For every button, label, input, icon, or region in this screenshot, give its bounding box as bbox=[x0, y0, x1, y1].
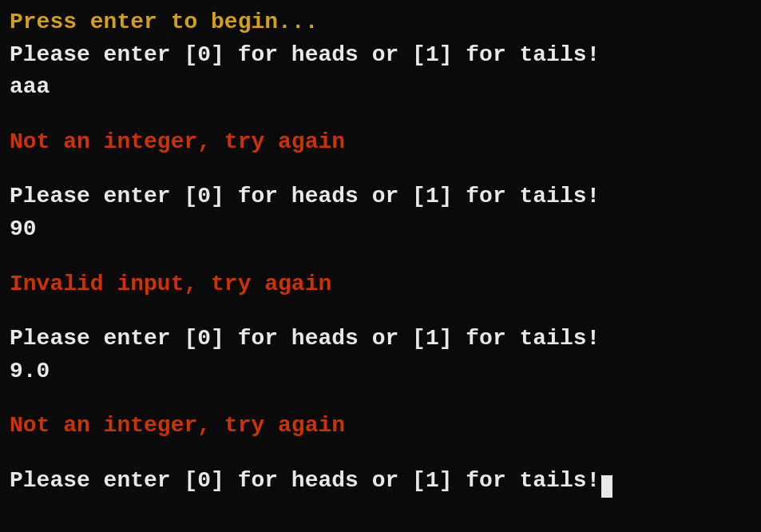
input-2: 90 bbox=[10, 213, 751, 246]
blank-line bbox=[10, 300, 751, 323]
blank-line bbox=[10, 387, 751, 410]
blank-line bbox=[10, 104, 751, 126]
input-1: aaa bbox=[10, 71, 751, 104]
prompt-1: Please enter [0] for heads or [1] for ta… bbox=[10, 39, 751, 72]
blank-line bbox=[10, 443, 751, 465]
prompt-3: Please enter [0] for heads or [1] for ta… bbox=[10, 323, 751, 355]
error-2: Invalid input, try again bbox=[10, 268, 751, 301]
error-1: Not an integer, try again bbox=[10, 126, 751, 159]
press-enter: Press enter to begin... bbox=[10, 6, 751, 39]
terminal-output: Press enter to begin...Please enter [0] … bbox=[10, 6, 751, 498]
cursor bbox=[601, 475, 612, 498]
prompt-4: Please enter [0] for heads or [1] for ta… bbox=[10, 465, 751, 498]
blank-line bbox=[10, 158, 751, 181]
input-3: 9.0 bbox=[10, 355, 751, 388]
blank-line bbox=[10, 246, 751, 268]
prompt-2: Please enter [0] for heads or [1] for ta… bbox=[10, 181, 751, 213]
error-3: Not an integer, try again bbox=[10, 410, 751, 443]
